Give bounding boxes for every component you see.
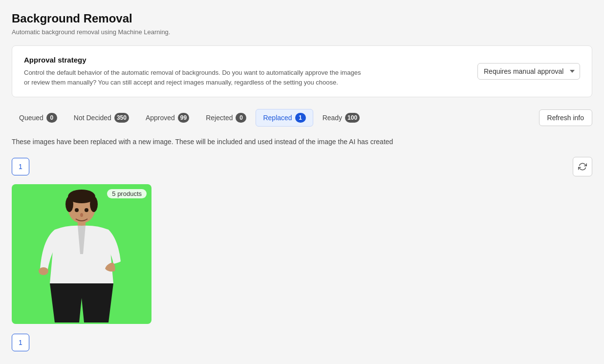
product-card[interactable]: 5 products <box>12 184 151 324</box>
tab-queued-label: Queued <box>19 114 43 122</box>
tab-ready-badge: 100 <box>345 113 360 123</box>
product-badge: 5 products <box>107 189 147 198</box>
page-number-top: 1 <box>19 163 22 171</box>
svg-point-2 <box>65 196 73 212</box>
tab-approved-badge: 99 <box>178 113 189 123</box>
tab-replaced-badge: 1 <box>295 113 306 123</box>
tab-rejected-label: Rejected <box>206 114 233 122</box>
pagination-page-1-top[interactable]: 1 <box>12 158 29 175</box>
approval-select[interactable]: Requires manual approval Automatic appro… <box>477 63 580 80</box>
pagination-bottom: 1 <box>12 334 592 351</box>
tab-approved-label: Approved <box>146 114 175 122</box>
tab-replaced[interactable]: Replaced 1 <box>256 109 313 127</box>
approval-card-text: Approval strategy Control the default be… <box>24 56 366 87</box>
page-subtitle: Automatic background removal using Machi… <box>12 28 592 36</box>
pagination-top: 1 <box>12 157 592 176</box>
pagination-page-1-bottom[interactable]: 1 <box>12 334 29 351</box>
tab-queued-badge: 0 <box>46 113 57 123</box>
refresh-icon <box>578 162 587 171</box>
refresh-icon-button[interactable] <box>573 157 592 176</box>
tab-ready-label: Ready <box>323 114 342 122</box>
refresh-button[interactable]: Refresh info <box>539 109 592 126</box>
svg-point-3 <box>90 196 98 212</box>
tab-replaced-label: Replaced <box>263 114 292 122</box>
svg-point-6 <box>75 208 79 212</box>
approval-card-description: Control the default behavior of the auto… <box>24 68 366 87</box>
product-image-area <box>12 184 151 324</box>
tab-not-decided-badge: 350 <box>114 113 129 123</box>
tab-queued[interactable]: Queued 0 <box>12 109 65 127</box>
product-image <box>33 186 130 322</box>
page-container: Background Removal Automatic background … <box>0 0 604 364</box>
approval-card-title: Approval strategy <box>24 56 366 64</box>
tab-ready[interactable]: Ready 100 <box>315 109 367 127</box>
tab-not-decided-label: Not Decided <box>74 114 111 122</box>
svg-point-7 <box>85 208 88 212</box>
tab-not-decided[interactable]: Not Decided 350 <box>66 109 136 127</box>
description-text: These images have been replaced with a n… <box>12 136 592 147</box>
svg-point-8 <box>80 213 83 217</box>
tab-rejected[interactable]: Rejected 0 <box>198 109 254 127</box>
tab-rejected-badge: 0 <box>236 113 246 123</box>
svg-point-5 <box>39 267 48 275</box>
page-title: Background Removal <box>12 12 592 25</box>
tabs-bar: Queued 0 Not Decided 350 Approved 99 Rej… <box>12 109 592 127</box>
tab-approved[interactable]: Approved 99 <box>138 109 196 127</box>
approval-card: Approval strategy Control the default be… <box>12 45 592 97</box>
page-number-bottom: 1 <box>19 339 22 346</box>
